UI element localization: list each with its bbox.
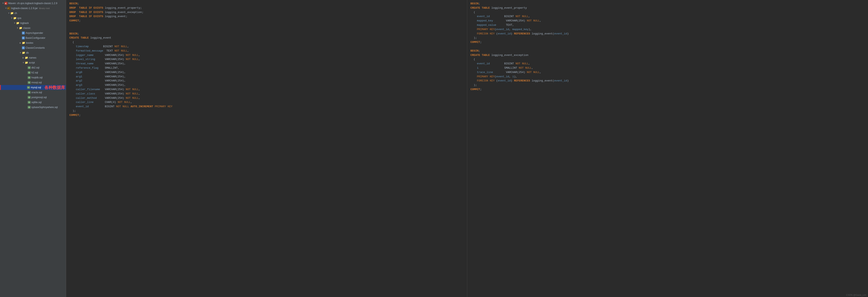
arrow-qos: ▼ <box>10 16 13 20</box>
arrow-script: ▼ <box>22 61 25 65</box>
sql-h2-label: h2.sql <box>31 70 38 75</box>
sql-hsqldb-icon: sql <box>28 76 31 79</box>
sql-db2-label: db2.sql <box>31 66 39 70</box>
maven-icon: M <box>4 2 7 5</box>
tree-file-hsqldbsql[interactable]: sql hsqldb.sql <box>0 75 66 80</box>
tree-file-mysqlsql[interactable]: sql mysql.sql 各种数据库 <box>0 85 66 90</box>
folder-db-label: db <box>26 51 29 55</box>
sql-mysql-icon: sql <box>27 86 30 89</box>
sql-postgresql-label: postgresql.sql <box>31 95 46 99</box>
arrow-boolex: ▶ <box>19 41 22 45</box>
tree-file-sqlitesql[interactable]: sql sqllite.sql <box>0 100 66 105</box>
folder-ch-label: ch <box>14 11 17 15</box>
jar-secondary-label: library root <box>39 6 50 10</box>
watermark: CSDN @Gavie_Lim <box>846 294 866 296</box>
folder-qos-label: qos <box>17 16 21 20</box>
class-asyncappender-label: AsyncAppender <box>26 31 43 35</box>
tree-file-postgresqlsql[interactable]: sql postgresql.sql <box>0 95 66 100</box>
folder-db-icon: 📁 <box>22 51 25 55</box>
folder-names-label: names <box>29 56 36 60</box>
tree-folder-ch[interactable]: ▼ 📁 ch <box>0 11 66 16</box>
tree-class-asyncappender[interactable]: C AsyncAppender <box>0 31 66 35</box>
sql-oracle-icon: sql <box>28 91 31 94</box>
sql-mssql-label: mssql.sql <box>31 80 42 85</box>
code-panel-left[interactable]: BEGIN; DROP TABLE IF EXISTS logging_even… <box>66 0 467 297</box>
tree-file-db2sql[interactable]: sql db2.sql <box>0 65 66 70</box>
tree-file-oraclesql[interactable]: sql oracle.sql <box>0 90 66 95</box>
arrow-names: ▶ <box>22 56 25 60</box>
sql-sybase-label: sybaseSqlAnywhere.sql <box>31 105 58 109</box>
tree-folder-script[interactable]: ▼ 📁 script <box>0 60 66 65</box>
folder-boolex-label: boolex <box>26 41 33 45</box>
arrow-logback: ▼ <box>13 21 16 25</box>
tree-arrow-jar: ▼ <box>4 6 7 10</box>
folder-classic-label: classic <box>23 26 31 30</box>
tree-arrow-maven: ▼ <box>2 1 4 5</box>
tree-folder-qos[interactable]: ▼ 📁 qos <box>0 16 66 21</box>
file-tree: ▼ M Maven: ch.qos.logback:logback-classi… <box>0 0 66 297</box>
folder-logback-label: logback <box>20 21 29 25</box>
sql-h2-icon: sql <box>28 71 31 74</box>
tree-folder-classic[interactable]: ▼ 📁 classic <box>0 26 66 31</box>
tree-folder-names[interactable]: ▶ 📁 names <box>0 55 66 60</box>
tree-file-mssqlsql[interactable]: sql mssql.sql <box>0 80 66 85</box>
sql-sqlite-label: sqllite.sql <box>31 100 41 104</box>
folder-qos-icon: 📁 <box>13 16 17 20</box>
class-basicconfigurator-icon: C <box>22 36 25 39</box>
folder-logback-icon: 📁 <box>16 21 20 25</box>
folder-names-icon: 📁 <box>25 56 28 60</box>
folder-boolex-icon: 📁 <box>22 41 25 45</box>
folder-script-label: script <box>29 61 35 65</box>
sql-mssql-icon: sql <box>28 81 31 84</box>
maven-root-label: Maven: ch.qos.logback:logback-classic:1.… <box>8 1 57 5</box>
folder-script-icon: 📁 <box>25 61 28 65</box>
svg-text:M: M <box>5 3 6 4</box>
folder-ch-icon: 📁 <box>10 11 13 15</box>
class-asyncappender-icon: C <box>22 32 25 34</box>
sql-db2-icon: sql <box>28 66 31 69</box>
arrow-ch: ▼ <box>7 11 10 15</box>
jar-label: logback-classic-1.2.9.jar <box>11 6 38 10</box>
class-classicconstants-icon: C <box>22 46 25 49</box>
class-basicconfigurator-label: BasicConfigurator <box>26 36 45 40</box>
arrow-classic: ▼ <box>16 26 19 30</box>
sql-hsqldb-label: hsqldb.sql <box>31 75 42 79</box>
sql-oracle-label: oracle.sql <box>31 90 42 95</box>
tree-folder-logback[interactable]: ▼ 📁 logback <box>0 21 66 26</box>
tree-root-maven[interactable]: ▼ M Maven: ch.qos.logback:logback-classi… <box>0 1 66 6</box>
folder-classic-icon: 📁 <box>19 26 22 30</box>
annotation-databases: 各种数据库 <box>44 86 65 90</box>
tree-file-h2sql[interactable]: sql h2.sql <box>0 70 66 75</box>
code-panel-right[interactable]: BEGIN; CREATE TABLE logging_event_proper… <box>467 0 868 297</box>
tree-folder-boolex[interactable]: ▶ 📁 boolex <box>0 40 66 45</box>
jar-icon: jar <box>7 7 10 10</box>
tree-class-classicconstants[interactable]: C ClassicConstants <box>0 45 66 50</box>
sql-postgresql-icon: sql <box>28 96 31 99</box>
tree-class-basicconfigurator[interactable]: C BasicConfigurator <box>0 35 66 40</box>
tree-folder-db[interactable]: ▼ 📁 db <box>0 50 66 55</box>
sql-sybase-icon: sql <box>28 106 31 109</box>
code-panels: BEGIN; DROP TABLE IF EXISTS logging_even… <box>66 0 868 297</box>
class-classicconstants-label: ClassicConstants <box>26 46 45 50</box>
tree-file-sybasesql[interactable]: sql sybaseSqlAnywhere.sql <box>0 105 66 110</box>
tree-jar[interactable]: ▼ jar logback-classic-1.2.9.jar library … <box>0 6 66 11</box>
sql-mysql-label: mysql.sql <box>31 86 41 90</box>
arrow-db: ▼ <box>19 51 22 55</box>
sql-sqlite-icon: sql <box>28 101 31 104</box>
